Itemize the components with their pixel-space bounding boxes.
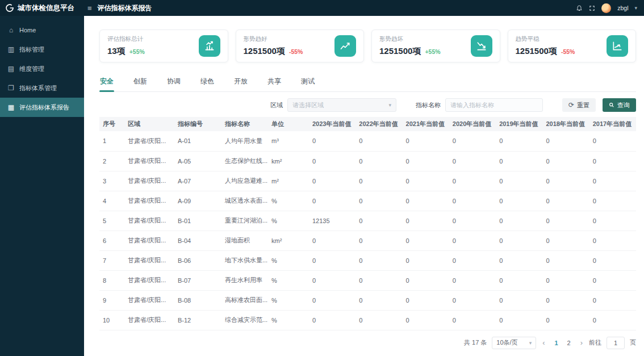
table-row: 8甘肃省/庆阳...B-07再生水利用率%0000000 [99,270,636,290]
table-cell: 甘肃省/庆阳... [124,270,174,290]
table-cell: 0 [403,211,449,231]
table-cell: 甘肃省/庆阳... [124,290,174,310]
table-cell: 0 [309,151,356,171]
table-cell: B-12 [174,310,221,330]
table-cell: 0 [356,290,402,310]
total-count: 共 17 条 [464,338,487,347]
card-delta-badge: +55% [129,48,145,55]
column-header: 2017年当前值 [589,117,636,131]
column-header: 2022年当前值 [356,117,402,131]
bell-icon[interactable] [576,5,583,11]
table-cell: 0 [542,171,589,191]
table-cell: 0 [542,290,589,310]
table-row: 4甘肃省/庆阳...A-09城区透水表面...%0000000 [99,191,636,211]
table-cell: 0 [356,231,402,250]
category-tabs: 安全创新协调绿色开放共享测试 [99,72,636,92]
chevron-down-icon: ▾ [529,340,532,346]
table-cell: 0 [589,131,636,151]
sidebar-item-label: 指标体系管理 [19,84,57,93]
table-cell: 0 [542,270,589,290]
table-cell: 0 [496,290,542,310]
table-cell: 甘肃省/庆阳... [124,171,174,191]
tab-绿色[interactable]: 绿色 [200,72,215,91]
table-cell: 0 [496,211,542,231]
card-title: 形势趋好 [244,35,303,43]
goto-label: 前往 [589,338,601,347]
tab-创新[interactable]: 创新 [133,72,148,91]
region-select-placeholder: 请选择区域 [292,101,324,110]
tab-开放[interactable]: 开放 [233,72,248,91]
table-cell: 0 [309,290,356,310]
table-cell: m³ [268,131,309,151]
card-delta-badge: +55% [425,48,440,55]
stat-card-3: 形势趋坏 1251500项 +55% [371,30,500,62]
top-bar: 城市体检信息平台 ≡ 评估指标体系报告 zbgl ▾ [0,0,644,16]
region-select[interactable]: 请选择区域 ▾ [287,98,396,112]
table-cell: 0 [496,151,542,171]
sidebar-item-indicator-system-management[interactable]: ❐指标体系管理 [0,78,84,98]
table-row: 2甘肃省/庆阳...A-05生态保护红线...km²0000000 [99,151,636,171]
page-number-1[interactable]: 1 [551,340,562,346]
table-cell: 0 [309,310,356,330]
table-cell: 1 [99,131,124,151]
page-title: 评估指标体系报告 [98,3,152,13]
page-number-2[interactable]: 2 [564,340,574,346]
table-cell: 5 [99,211,124,231]
sidebar-item-home[interactable]: ⌂Home [0,20,84,40]
table-cell: 0 [589,151,636,171]
line-chart-down-icon [471,35,492,57]
table-cell: 0 [589,191,636,211]
menu-collapse-icon[interactable]: ≡ [87,4,92,12]
table-cell: % [268,310,309,330]
column-header: 区域 [124,117,174,131]
table-body: 1甘肃省/庆阳...A-01人均年用水量m³00000002甘肃省/庆阳...A… [99,131,636,330]
table-cell: 0 [496,250,542,270]
page-size-select[interactable]: 10条/页 ▾ [492,337,536,349]
tab-共享[interactable]: 共享 [267,72,282,91]
sidebar-item-dimension-management[interactable]: ▤维度管理 [0,59,84,78]
table-cell: 综合减灾示范... [221,310,268,330]
tab-安全[interactable]: 安全 [99,72,114,91]
next-page-button[interactable]: › [579,338,584,347]
table-cell: 6 [99,231,124,250]
tab-测试[interactable]: 测试 [300,72,315,91]
chart-icon: ▥ [7,45,15,53]
card-delta-badge: -55% [289,48,303,55]
table-cell: % [268,250,309,270]
app-title: 城市体检信息平台 [18,3,74,13]
sidebar-item-label: 指标管理 [19,45,44,54]
app-root: 城市体检信息平台 ≡ 评估指标体系报告 zbgl ▾ ⌂Home▥指标管理▤维度… [0,0,644,356]
table-cell: 0 [589,231,636,250]
goto-page-input[interactable] [607,337,625,349]
reset-button[interactable]: ⟳ 重置 [562,98,596,112]
table-cell: A-05 [174,151,221,171]
table-cell: 0 [589,290,636,310]
indicator-name-input[interactable] [445,98,543,112]
sidebar-item-evaluation-report[interactable]: ▦评估指标体系报告 [0,98,84,117]
sidebar-item-indicator-management[interactable]: ▥指标管理 [0,40,84,59]
chevron-down-icon[interactable]: ▾ [634,5,637,11]
search-button[interactable]: 查询 [603,98,636,112]
table-cell: 湿地面积 [221,231,268,250]
table-cell: B-04 [174,231,221,250]
line-chart-flat-icon [607,35,628,57]
logo: 城市体检信息平台 [0,3,84,13]
table-cell: B-08 [174,290,221,310]
sidebar-item-label: Home [19,27,36,33]
topbar-actions: zbgl ▾ [576,3,644,13]
table-cell: 0 [309,131,356,151]
table-cell: 0 [449,231,496,250]
table-cell: 0 [589,270,636,290]
table-cell: B-01 [174,211,221,231]
table-cell: 0 [449,310,496,330]
region-label: 区域 [270,101,283,110]
table-cell: 0 [403,270,449,290]
fullscreen-icon[interactable] [589,5,595,11]
table-cell: 0 [496,270,542,290]
table-cell: 0 [496,191,542,211]
user-avatar[interactable] [601,3,611,13]
tab-协调[interactable]: 协调 [166,72,181,91]
prev-page-button[interactable]: ‹ [541,338,546,347]
table-row: 7甘肃省/庆阳...B-06地下水供水量...%0000000 [99,250,636,270]
stat-card-4: 趋势平稳 1251500项 -55% [508,30,637,62]
